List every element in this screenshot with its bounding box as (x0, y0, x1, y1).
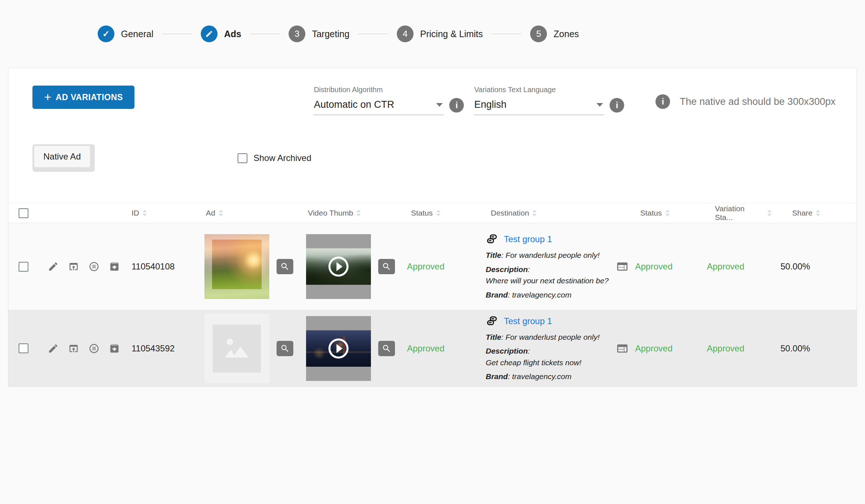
step-general[interactable]: ✓ General (98, 25, 153, 42)
destination-title: Title: For wanderlust people only! (486, 331, 610, 343)
row-checkbox[interactable] (19, 343, 28, 353)
controls-row-1: + AD VARIATIONS Distribution Algorithm A… (8, 68, 857, 115)
header-variation-status[interactable]: Variation Sta... (693, 204, 772, 222)
sort-icon (665, 210, 670, 216)
link-icon (486, 234, 498, 245)
sort-icon (816, 210, 820, 216)
step-zones[interactable]: 5 Zones (530, 25, 579, 42)
row-actions (48, 261, 125, 272)
show-archived-toggle[interactable]: Show Archived (238, 153, 312, 163)
tab-native-ad-label: Native Ad (34, 146, 90, 167)
native-ad-size-hint: i The native ad should be 300x300px (655, 94, 835, 109)
distribution-algorithm-label: Distribution Algorithm (314, 86, 443, 94)
ad-image-placeholder (204, 314, 269, 383)
step-number-badge: 5 (530, 25, 547, 42)
destination-description-label: Description: (486, 264, 610, 275)
step-label-general: General (121, 29, 153, 39)
variation-status-badge: Approved (707, 343, 744, 353)
variation-status-badge: Approved (707, 261, 744, 271)
step-connector (492, 34, 521, 34)
archive-icon[interactable] (109, 343, 120, 354)
selected-option: Automatic on CTR (314, 99, 394, 110)
open-in-browser-icon[interactable] (68, 343, 79, 354)
step-number-badge: 4 (397, 25, 414, 42)
header-id[interactable]: ID (125, 209, 183, 217)
info-icon: i (655, 94, 670, 109)
link-icon (486, 316, 498, 327)
step-number-badge: 3 (289, 25, 305, 42)
row-checkbox[interactable] (19, 262, 28, 272)
pause-icon[interactable] (89, 343, 99, 354)
variations-text-language-value[interactable]: English (474, 97, 604, 115)
step-targeting[interactable]: 3 Targeting (289, 25, 349, 42)
sort-icon (767, 210, 772, 216)
destination-status-badge: Approved (635, 343, 673, 354)
info-icon[interactable]: i (449, 98, 464, 113)
edit-icon[interactable] (48, 261, 59, 272)
chevron-down-icon (436, 103, 443, 107)
table-header-row: ID Ad Video Thumb Status Destination Sta… (8, 203, 857, 223)
sort-icon (532, 210, 537, 216)
video-thumbnail[interactable] (306, 316, 371, 381)
pencil-icon (201, 25, 218, 42)
step-connector (358, 34, 388, 34)
open-in-browser-icon[interactable] (68, 261, 79, 272)
edit-icon[interactable] (48, 343, 59, 354)
header-status-2[interactable]: Status (610, 209, 693, 217)
chevron-down-icon (596, 103, 603, 107)
add-variations-button[interactable]: + AD VARIATIONS (32, 86, 134, 109)
ads-panel: + AD VARIATIONS Distribution Algorithm A… (8, 68, 857, 387)
check-glyph: ✓ (102, 29, 110, 39)
add-variations-label: AD VARIATIONS (56, 92, 123, 102)
info-glyph: i (616, 100, 618, 110)
destination-description: Where will your next destination be? (486, 275, 610, 287)
selected-option: English (474, 99, 506, 110)
zoom-video-button[interactable] (378, 341, 395, 356)
header-status[interactable]: Status (395, 209, 464, 217)
header-video-thumb[interactable]: Video Thumb (293, 209, 395, 217)
web-icon (615, 342, 630, 355)
info-glyph: i (455, 100, 458, 110)
image-placeholder-icon (213, 324, 261, 373)
distribution-algorithm-value[interactable]: Automatic on CTR (314, 97, 443, 115)
step-label-zones: Zones (553, 29, 579, 39)
status-badge: Approved (407, 343, 445, 353)
archive-icon[interactable] (109, 261, 120, 272)
step-connector (162, 34, 192, 34)
show-archived-checkbox[interactable] (238, 153, 247, 163)
header-share[interactable]: Share (772, 209, 826, 217)
select-all-checkbox[interactable] (19, 208, 28, 218)
sort-icon (436, 210, 441, 216)
zoom-video-button[interactable] (378, 259, 395, 274)
table-row: 110540108 (8, 223, 857, 310)
sort-icon (142, 210, 147, 216)
pause-icon[interactable] (89, 261, 99, 272)
video-thumbnail[interactable] (306, 234, 371, 299)
zoom-ad-button[interactable] (277, 341, 293, 356)
destination-status-badge: Approved (635, 261, 673, 272)
step-ads[interactable]: Ads (201, 25, 241, 42)
destination-group-link[interactable]: Test group 1 (504, 233, 552, 246)
step-number: 4 (403, 29, 407, 39)
step-label-ads: Ads (224, 29, 241, 39)
destination-brand: Brand: travelagency.com (486, 289, 610, 301)
status-badge: Approved (407, 261, 445, 271)
destination-group-link[interactable]: Test group 1 (504, 315, 552, 328)
header-destination[interactable]: Destination (464, 209, 610, 217)
destination-brand: Brand: travelagency.com (486, 371, 610, 382)
distribution-algorithm-select: Distribution Algorithm Automatic on CTR (314, 86, 443, 115)
destination-description: Get cheap flight tickets now! (486, 357, 610, 369)
step-label-pricing: Pricing & Limits (420, 29, 483, 39)
destination-title: Title: For wanderlust people only! (486, 249, 610, 261)
variations-text-language-label: Variations Text Language (474, 86, 604, 94)
info-icon[interactable]: i (610, 98, 624, 113)
zoom-ad-button[interactable] (277, 259, 293, 274)
header-ad[interactable]: Ad (183, 209, 293, 217)
step-connector (250, 34, 280, 34)
wizard-stepper: ✓ General Ads 3 Targeting 4 Pricing & Li… (0, 0, 865, 68)
step-pricing-limits[interactable]: 4 Pricing & Limits (397, 25, 483, 42)
play-icon (306, 234, 371, 299)
destination-cell: Test group 1 Title: For wanderlust peopl… (486, 315, 610, 382)
tab-native-ad[interactable]: Native Ad (32, 144, 95, 172)
step-label-targeting: Targeting (312, 29, 349, 39)
